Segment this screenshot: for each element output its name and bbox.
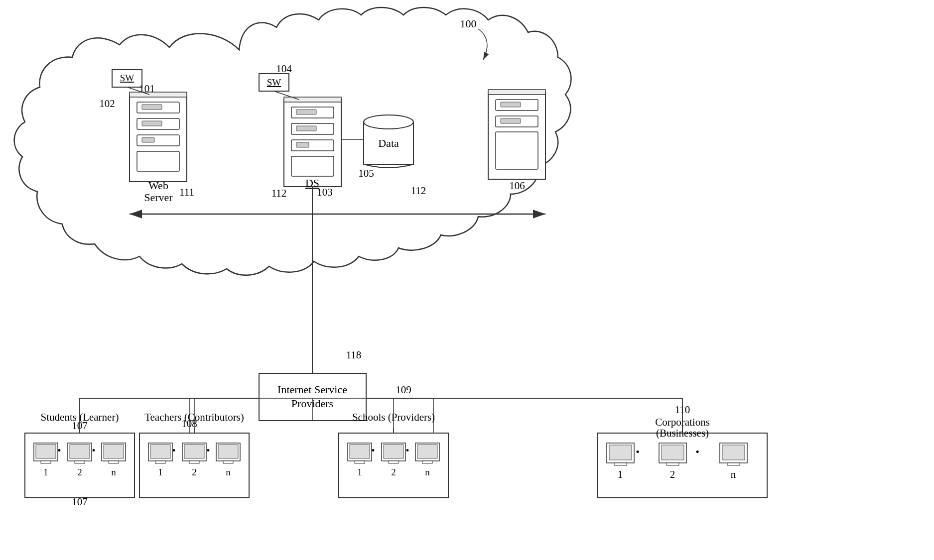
svg-rect-6 [142,137,154,142]
svg-rect-69 [36,445,56,458]
svg-point-34 [364,115,413,129]
svg-text:1: 1 [158,467,163,477]
svg-text:112: 112 [411,185,426,197]
svg-text:101: 101 [139,83,155,95]
svg-rect-24 [284,97,341,102]
svg-rect-93 [218,445,238,458]
svg-text:•: • [636,446,640,458]
svg-rect-90 [184,445,204,458]
svg-rect-44 [488,90,545,95]
svg-text:Web: Web [148,179,168,192]
svg-text:106: 106 [509,180,525,192]
svg-rect-76 [109,461,119,463]
svg-rect-125 [722,445,745,460]
svg-rect-20 [296,126,316,131]
svg-text:n: n [226,467,231,477]
svg-text:•: • [172,445,175,456]
svg-text:1: 1 [43,467,48,477]
svg-text:112: 112 [271,187,287,199]
svg-text:111: 111 [179,186,194,198]
svg-text:109: 109 [396,384,411,396]
svg-text:Server: Server [144,191,173,204]
svg-rect-7 [137,151,179,171]
svg-text:2: 2 [391,467,396,477]
svg-rect-119 [609,445,632,460]
svg-rect-70 [41,461,51,463]
svg-text:•: • [92,445,95,456]
svg-text:Data: Data [378,137,399,149]
svg-text:100: 100 [460,17,477,30]
svg-text:102: 102 [99,98,115,110]
svg-text:•: • [371,445,375,456]
svg-text:1: 1 [618,468,623,480]
svg-rect-88 [155,461,165,463]
svg-rect-126 [727,463,740,465]
svg-rect-91 [189,461,199,463]
svg-rect-109 [417,445,437,458]
svg-rect-4 [142,121,162,126]
svg-rect-103 [350,445,370,458]
svg-text:2: 2 [670,468,675,480]
svg-text:SW: SW [120,73,134,83]
svg-rect-94 [223,461,233,463]
svg-text:n: n [111,467,116,477]
svg-rect-123 [667,463,679,465]
svg-rect-18 [296,110,316,114]
svg-rect-122 [662,445,684,460]
svg-text:•: • [695,446,699,458]
svg-text:•: • [405,445,409,456]
svg-text:Internet Service: Internet Service [277,383,347,396]
svg-rect-106 [384,445,403,458]
svg-rect-87 [150,445,170,458]
svg-rect-2 [142,105,162,110]
svg-rect-40 [501,102,521,107]
svg-rect-23 [291,156,334,176]
svg-text:104: 104 [276,63,292,75]
svg-text:•: • [57,445,61,456]
svg-rect-120 [614,463,627,465]
svg-rect-104 [355,461,365,463]
svg-rect-8 [130,92,187,97]
svg-rect-75 [104,445,124,458]
svg-rect-42 [501,118,521,123]
svg-rect-22 [296,142,309,147]
svg-rect-73 [75,461,85,463]
svg-text:1: 1 [357,467,362,477]
svg-text:107: 107 [72,496,88,508]
svg-text:n: n [425,467,430,477]
svg-text:103: 103 [317,186,333,198]
svg-text:105: 105 [358,167,374,179]
svg-text:n: n [731,468,736,480]
diagram: SW 102 101 Web Server DS SW 104 103 111 … [0,0,934,560]
svg-rect-43 [496,132,538,169]
svg-text:SW: SW [267,77,281,88]
svg-text:118: 118 [346,349,362,361]
svg-rect-107 [389,461,399,463]
svg-text:2: 2 [192,467,197,477]
svg-rect-72 [70,445,90,458]
svg-rect-110 [422,461,432,463]
svg-text:•: • [206,445,210,456]
svg-text:2: 2 [77,467,82,477]
